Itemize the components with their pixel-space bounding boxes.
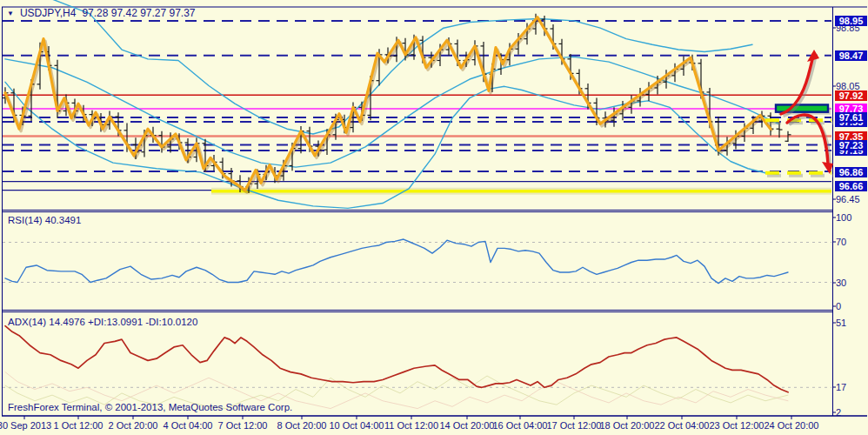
x-axis-label: 23 Oct 12:00 xyxy=(710,420,765,431)
x-axis-label: 17 Oct 12:00 xyxy=(547,420,602,431)
x-axis-label: 22 Oct 04:00 xyxy=(655,420,710,431)
x-axis-label: 18 Oct 20:00 xyxy=(600,420,655,431)
x-axis-label: 4 Oct 04:00 xyxy=(164,420,213,431)
price-scale-tick-label: 96.45 xyxy=(836,194,867,204)
x-axis-label: 1 Oct 12:00 xyxy=(54,420,103,431)
adx-indicator-label: ADX(14) 14.4976 +DI:13.0991 -DI:10.0120 xyxy=(8,317,197,327)
chart-legend: ▼ USDJPY,H4 97.28 97.42 97.27 97.37 xyxy=(7,7,196,19)
x-axis-label: 11 Oct 12:00 xyxy=(384,420,438,431)
rsi-scale-tick-label: 70 xyxy=(836,237,867,247)
x-axis-label: 16 Oct 04:00 xyxy=(493,420,548,431)
copyright-label: FreshForex Terminal, © 2001-2013, MetaQu… xyxy=(8,402,292,412)
chart-dropdown-icon[interactable]: ▼ xyxy=(7,10,14,17)
rsi-scale-tick-label: 30 xyxy=(836,278,867,288)
price-badge: 97.92 xyxy=(835,90,867,101)
price-badge: 98.47 xyxy=(835,50,867,61)
rsi-scale-tick-label: 0 xyxy=(836,301,867,311)
adx-scale-tick-label: 51 xyxy=(836,318,867,328)
x-axis-label: 14 Oct 20:00 xyxy=(440,420,495,431)
chart-canvas[interactable] xyxy=(0,0,868,435)
x-axis-label: 24 Oct 20:00 xyxy=(765,420,819,431)
price-badge: 97.61 xyxy=(835,112,867,123)
symbol-period-label: USDJPY,H4 xyxy=(20,7,76,19)
price-badge: 97.23 xyxy=(835,140,867,151)
ohlc-quote-label: 97.28 97.42 97.27 97.37 xyxy=(82,7,195,19)
price-badge: 96.86 xyxy=(835,167,867,177)
terminal-window: ▼ USDJPY,H4 97.28 97.42 97.27 97.37 RSI(… xyxy=(0,0,868,435)
price-badge: 96.66 xyxy=(835,181,867,191)
adx-scale-tick-label: 2 xyxy=(836,407,867,418)
price-badge: 98.95 xyxy=(835,16,867,26)
x-axis-label: 30 Sep 2013 xyxy=(0,420,51,431)
x-axis-label: 2 Oct 20:00 xyxy=(109,420,158,431)
rsi-indicator-label: RSI(14) 40.3491 xyxy=(8,215,81,225)
rsi-scale-tick-label: 100 xyxy=(836,212,867,223)
resistance-zone-box[interactable] xyxy=(776,104,828,111)
x-axis-label: 8 Oct 20:00 xyxy=(277,420,327,431)
x-axis-label: 10 Oct 04:00 xyxy=(330,420,384,431)
adx-scale-tick-label: 17 xyxy=(836,382,867,392)
x-axis-label: 7 Oct 12:00 xyxy=(218,420,268,431)
